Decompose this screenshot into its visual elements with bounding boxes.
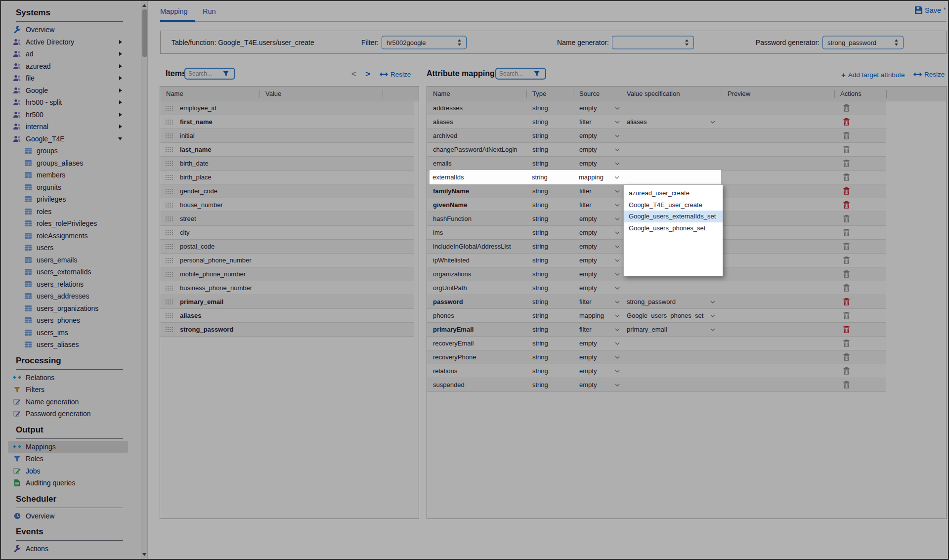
attr-name-cell: externalIds: [432, 173, 464, 181]
dropdown-option-google-users-externalids-set[interactable]: Google_users_externalIds_set: [624, 211, 723, 222]
dropdown-option-azuread-user-create[interactable]: azuread_user_create: [624, 187, 723, 199]
highlighted-mapping-row[interactable]: externalIds string mapping: [430, 170, 721, 184]
dropdown-option-google-users-phones-set[interactable]: Google_users_phones_set: [624, 222, 723, 234]
attr-type-cell: string: [532, 173, 548, 181]
app-window: SystemsOverviewActive Directoryadazuread…: [0, 0, 949, 560]
source-select[interactable]: mapping: [579, 173, 604, 181]
chevron-down-icon[interactable]: [614, 176, 619, 179]
dropdown-option-google-t4e-user-create[interactable]: Google_T4E_user_create: [624, 199, 723, 211]
mapping-source-dropdown: azuread_user_createGoogle_T4E_user_creat…: [623, 184, 723, 276]
dim-overlay[interactable]: [1, 1, 948, 559]
